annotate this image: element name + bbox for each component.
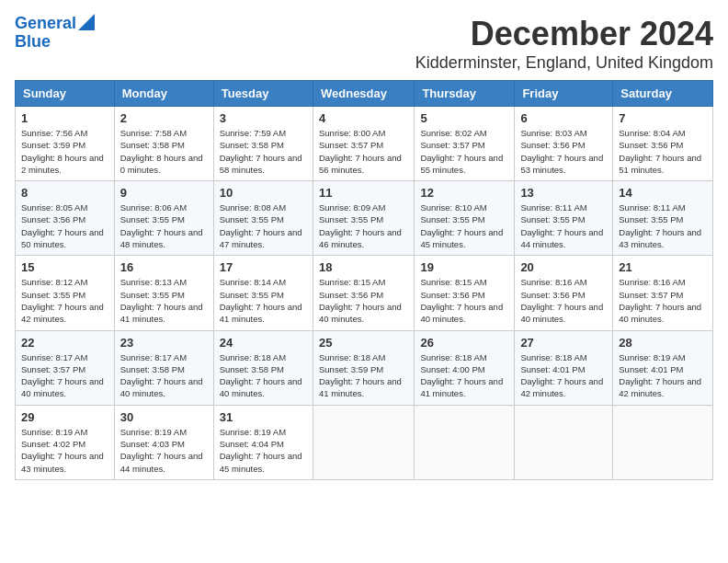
calendar-week-row: 8Sunrise: 8:05 AMSunset: 3:56 PMDaylight…: [16, 181, 713, 256]
day-number: 29: [21, 410, 108, 424]
calendar-cell: 5Sunrise: 8:02 AMSunset: 3:57 PMDaylight…: [415, 107, 515, 181]
day-info: Sunrise: 8:18 AMSunset: 4:01 PMDaylight:…: [520, 351, 607, 400]
day-number: 4: [319, 111, 408, 125]
day-number: 31: [220, 410, 307, 424]
calendar-cell: [515, 405, 613, 479]
day-number: 8: [21, 186, 108, 200]
day-number: 28: [619, 336, 707, 350]
header-monday: Monday: [114, 81, 213, 107]
day-info: Sunrise: 7:59 AMSunset: 3:58 PMDaylight:…: [220, 127, 307, 176]
calendar-cell: 27Sunrise: 8:18 AMSunset: 4:01 PMDayligh…: [515, 330, 613, 405]
calendar-cell: 16Sunrise: 8:13 AMSunset: 3:55 PMDayligh…: [114, 256, 213, 330]
day-info: Sunrise: 8:11 AMSunset: 3:55 PMDaylight:…: [619, 201, 707, 250]
day-info: Sunrise: 8:06 AMSunset: 3:55 PMDaylight:…: [120, 201, 208, 250]
day-number: 26: [420, 336, 508, 350]
calendar-cell: 2Sunrise: 7:58 AMSunset: 3:58 PMDaylight…: [114, 107, 213, 181]
day-number: 1: [21, 111, 108, 125]
day-number: 17: [220, 260, 307, 274]
day-info: Sunrise: 8:17 AMSunset: 3:57 PMDaylight:…: [21, 351, 108, 400]
calendar-cell: 11Sunrise: 8:09 AMSunset: 3:55 PMDayligh…: [313, 181, 414, 256]
day-number: 23: [120, 336, 208, 350]
calendar-cell: 1Sunrise: 7:56 AMSunset: 3:59 PMDaylight…: [16, 107, 115, 181]
day-number: 16: [120, 260, 208, 274]
calendar-cell: 21Sunrise: 8:16 AMSunset: 3:57 PMDayligh…: [613, 256, 713, 330]
day-number: 2: [120, 111, 208, 125]
day-number: 10: [220, 186, 307, 200]
day-info: Sunrise: 8:02 AMSunset: 3:57 PMDaylight:…: [420, 127, 508, 176]
calendar-table: SundayMondayTuesdayWednesdayThursdayFrid…: [15, 80, 713, 480]
svg-marker-0: [78, 14, 95, 30]
calendar-cell: 14Sunrise: 8:11 AMSunset: 3:55 PMDayligh…: [613, 181, 713, 256]
header-friday: Friday: [515, 81, 613, 107]
day-number: 19: [420, 260, 508, 274]
header-wednesday: Wednesday: [313, 81, 414, 107]
day-info: Sunrise: 8:13 AMSunset: 3:55 PMDaylight:…: [120, 276, 208, 325]
day-info: Sunrise: 8:00 AMSunset: 3:57 PMDaylight:…: [319, 127, 408, 176]
day-info: Sunrise: 8:15 AMSunset: 3:56 PMDaylight:…: [319, 276, 408, 325]
calendar-cell: 22Sunrise: 8:17 AMSunset: 3:57 PMDayligh…: [16, 330, 115, 405]
day-number: 27: [520, 336, 607, 350]
day-number: 18: [319, 260, 408, 274]
calendar-cell: 7Sunrise: 8:04 AMSunset: 3:56 PMDaylight…: [613, 107, 713, 181]
header-saturday: Saturday: [613, 81, 713, 107]
day-number: 24: [220, 336, 307, 350]
calendar-cell: 10Sunrise: 8:08 AMSunset: 3:55 PMDayligh…: [213, 181, 313, 256]
day-info: Sunrise: 8:18 AMSunset: 4:00 PMDaylight:…: [420, 351, 508, 400]
day-info: Sunrise: 8:14 AMSunset: 3:55 PMDaylight:…: [220, 276, 307, 325]
day-info: Sunrise: 8:16 AMSunset: 3:56 PMDaylight:…: [520, 276, 607, 325]
day-info: Sunrise: 8:09 AMSunset: 3:55 PMDaylight:…: [319, 201, 408, 250]
calendar-cell: 6Sunrise: 8:03 AMSunset: 3:56 PMDaylight…: [515, 107, 613, 181]
day-number: 30: [120, 410, 208, 424]
calendar-week-row: 29Sunrise: 8:19 AMSunset: 4:02 PMDayligh…: [16, 405, 713, 479]
calendar-cell: [415, 405, 515, 479]
header-sunday: Sunday: [16, 81, 115, 107]
day-number: 15: [21, 260, 108, 274]
calendar-cell: 18Sunrise: 8:15 AMSunset: 3:56 PMDayligh…: [313, 256, 414, 330]
logo-text: General: [15, 15, 76, 33]
calendar-week-row: 22Sunrise: 8:17 AMSunset: 3:57 PMDayligh…: [16, 330, 713, 405]
day-info: Sunrise: 8:03 AMSunset: 3:56 PMDaylight:…: [520, 127, 607, 176]
page-title: December 2024: [415, 15, 713, 53]
calendar-week-row: 1Sunrise: 7:56 AMSunset: 3:59 PMDaylight…: [16, 107, 713, 181]
calendar-cell: 9Sunrise: 8:06 AMSunset: 3:55 PMDaylight…: [114, 181, 213, 256]
day-info: Sunrise: 8:11 AMSunset: 3:55 PMDaylight:…: [520, 201, 607, 250]
calendar-week-row: 15Sunrise: 8:12 AMSunset: 3:55 PMDayligh…: [16, 256, 713, 330]
calendar-cell: 25Sunrise: 8:18 AMSunset: 3:59 PMDayligh…: [313, 330, 414, 405]
calendar-cell: 20Sunrise: 8:16 AMSunset: 3:56 PMDayligh…: [515, 256, 613, 330]
header-thursday: Thursday: [415, 81, 515, 107]
day-info: Sunrise: 8:18 AMSunset: 3:58 PMDaylight:…: [220, 351, 307, 400]
day-info: Sunrise: 8:19 AMSunset: 4:04 PMDaylight:…: [220, 426, 307, 475]
day-info: Sunrise: 8:04 AMSunset: 3:56 PMDaylight:…: [619, 127, 707, 176]
day-info: Sunrise: 8:18 AMSunset: 3:59 PMDaylight:…: [319, 351, 408, 400]
day-info: Sunrise: 8:19 AMSunset: 4:01 PMDaylight:…: [619, 351, 707, 400]
calendar-cell: [313, 405, 414, 479]
calendar-cell: 28Sunrise: 8:19 AMSunset: 4:01 PMDayligh…: [613, 330, 713, 405]
day-number: 13: [520, 186, 607, 200]
day-number: 7: [619, 111, 707, 125]
calendar-cell: 3Sunrise: 7:59 AMSunset: 3:58 PMDaylight…: [213, 107, 313, 181]
day-info: Sunrise: 8:17 AMSunset: 3:58 PMDaylight:…: [120, 351, 208, 400]
day-info: Sunrise: 7:56 AMSunset: 3:59 PMDaylight:…: [21, 127, 108, 176]
day-number: 9: [120, 186, 208, 200]
day-number: 3: [220, 111, 307, 125]
logo-text2: Blue: [15, 33, 51, 52]
calendar-cell: [613, 405, 713, 479]
calendar-header-row: SundayMondayTuesdayWednesdayThursdayFrid…: [16, 81, 713, 107]
calendar-cell: 23Sunrise: 8:17 AMSunset: 3:58 PMDayligh…: [114, 330, 213, 405]
page-subtitle: Kidderminster, England, United Kingdom: [415, 53, 713, 73]
day-number: 25: [319, 336, 408, 350]
day-info: Sunrise: 8:08 AMSunset: 3:55 PMDaylight:…: [220, 201, 307, 250]
day-number: 12: [420, 186, 508, 200]
day-info: Sunrise: 8:05 AMSunset: 3:56 PMDaylight:…: [21, 201, 108, 250]
page-header: General Blue December 2024 Kidderminster…: [15, 15, 713, 73]
day-info: Sunrise: 8:19 AMSunset: 4:03 PMDaylight:…: [120, 426, 208, 475]
day-number: 11: [319, 186, 408, 200]
day-info: Sunrise: 8:16 AMSunset: 3:57 PMDaylight:…: [619, 276, 707, 325]
calendar-cell: 12Sunrise: 8:10 AMSunset: 3:55 PMDayligh…: [415, 181, 515, 256]
calendar-cell: 29Sunrise: 8:19 AMSunset: 4:02 PMDayligh…: [16, 405, 115, 479]
day-info: Sunrise: 8:12 AMSunset: 3:55 PMDaylight:…: [21, 276, 108, 325]
day-number: 21: [619, 260, 707, 274]
calendar-cell: 24Sunrise: 8:18 AMSunset: 3:58 PMDayligh…: [213, 330, 313, 405]
header-tuesday: Tuesday: [213, 81, 313, 107]
calendar-cell: 15Sunrise: 8:12 AMSunset: 3:55 PMDayligh…: [16, 256, 115, 330]
